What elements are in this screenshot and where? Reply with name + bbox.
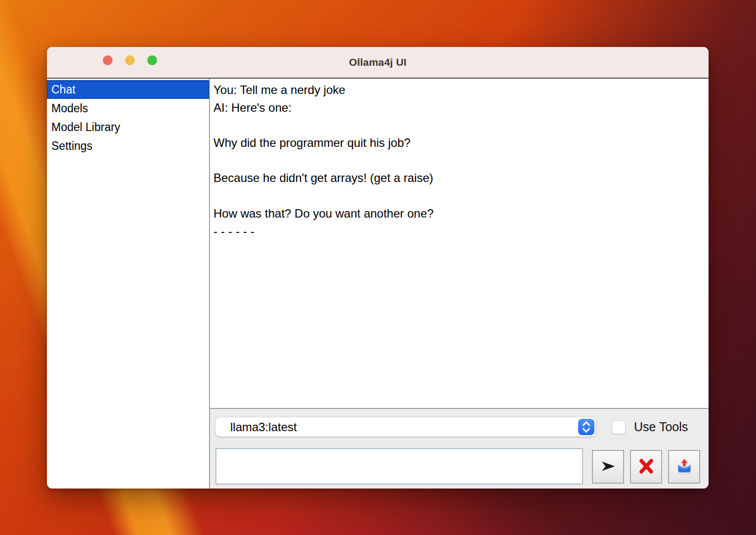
model-select-value: llama3:latest — [215, 420, 596, 434]
send-arrow-icon — [599, 457, 617, 477]
send-button[interactable] — [592, 450, 624, 484]
chat-line — [213, 152, 709, 170]
window-title: Ollama4j UI — [349, 56, 407, 68]
chat-line-separator: ------ — [213, 223, 709, 240]
checkbox-unchecked-icon — [612, 420, 626, 434]
chat-line — [213, 116, 709, 134]
use-tools-label: Use Tools — [634, 420, 688, 434]
chat-transcript[interactable]: You: Tell me a nerdy joke AI: Here's one… — [210, 79, 709, 409]
chat-line: AI: Here's one: — [213, 99, 709, 117]
close-window-button[interactable] — [103, 55, 113, 65]
zoom-window-button[interactable] — [147, 55, 157, 65]
traffic-lights — [103, 55, 157, 65]
model-select-dropdown[interactable]: llama3:latest — [215, 417, 596, 437]
sidebar-nav: Chat Models Model Library Settings — [47, 79, 210, 489]
use-tools-checkbox[interactable]: Use Tools — [612, 420, 688, 434]
outbox-upload-icon — [675, 457, 694, 477]
minimize-window-button[interactable] — [125, 55, 135, 65]
sidebar-item-models[interactable]: Models — [47, 99, 209, 118]
sidebar-item-model-library[interactable]: Model Library — [47, 118, 209, 136]
cancel-button[interactable] — [630, 450, 662, 484]
dropdown-stepper-icon — [578, 419, 594, 435]
red-x-icon — [637, 457, 655, 477]
chat-line: You: Tell me a nerdy joke — [213, 81, 709, 99]
chat-line: Why did the programmer quit his job? — [213, 134, 709, 152]
sidebar-item-settings[interactable]: Settings — [47, 136, 209, 155]
chat-line — [213, 187, 709, 205]
desktop-wallpaper: Ollama4j UI Chat Models Model Library Se… — [0, 0, 756, 535]
sidebar-item-chat[interactable]: Chat — [47, 80, 209, 99]
chat-line: How was that? Do you want another one? — [213, 205, 709, 223]
titlebar[interactable]: Ollama4j UI — [47, 47, 709, 79]
app-window: Ollama4j UI Chat Models Model Library Se… — [47, 47, 709, 489]
upload-button[interactable] — [668, 450, 700, 484]
composer-panel: llama3:latest Use Tools — [210, 409, 709, 489]
chat-line: Because he didn't get arrays! (get a rai… — [213, 169, 709, 187]
message-input[interactable] — [215, 448, 583, 485]
